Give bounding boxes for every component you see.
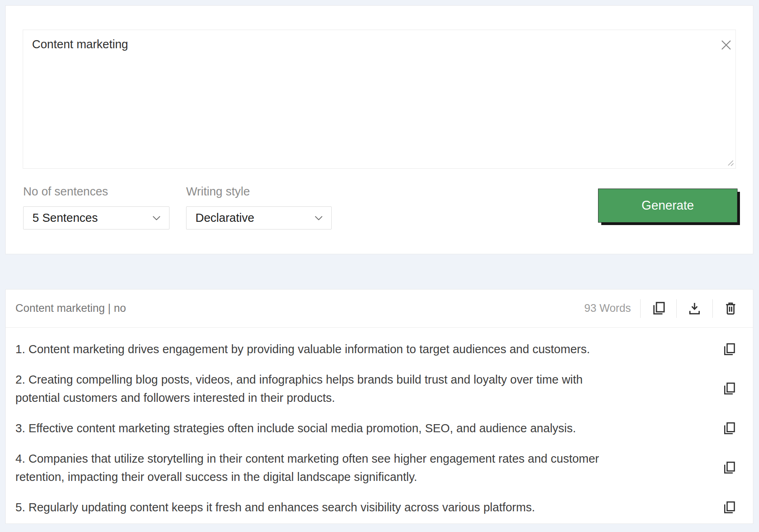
copy-sentence-button[interactable] xyxy=(720,380,738,398)
chevron-down-icon xyxy=(152,215,161,221)
copy-sentence-button[interactable] xyxy=(720,341,738,358)
copy-icon xyxy=(722,461,736,475)
copy-icon xyxy=(722,342,736,357)
copy-icon xyxy=(722,500,736,515)
generator-card: Content marketing No of sentences Writin… xyxy=(5,5,753,254)
writing-style-select[interactable]: Declarative xyxy=(186,206,332,230)
sentences-count-select[interactable]: 5 Sentences xyxy=(23,206,169,230)
results-query-text: Content marketing | no xyxy=(15,302,126,315)
sentence-row: 4. Companies that utilize storytelling i… xyxy=(6,444,753,492)
close-icon xyxy=(720,39,732,51)
sentence-text: 5. Regularly updating content keeps it f… xyxy=(15,498,605,517)
sentences-count-label: No of sentences xyxy=(23,185,108,198)
copy-icon xyxy=(722,421,736,436)
copy-sentence-button[interactable] xyxy=(720,420,738,438)
sentence-text: 3. Effective content marketing strategie… xyxy=(15,419,605,438)
copy-all-button[interactable] xyxy=(650,300,667,317)
topic-input[interactable]: Content marketing xyxy=(23,30,736,169)
copy-sentence-button[interactable] xyxy=(720,499,738,517)
download-icon xyxy=(687,301,702,316)
sentence-text: 2. Creating compelling blog posts, video… xyxy=(15,371,605,407)
download-button[interactable] xyxy=(686,300,703,317)
sentence-row: 3. Effective content marketing strategie… xyxy=(6,413,753,444)
divider xyxy=(712,299,713,318)
sentence-row: 5. Regularly updating content keeps it f… xyxy=(6,492,753,523)
results-header: Content marketing | no 93 Words xyxy=(6,290,753,328)
sentence-row: 2. Creating compelling blog posts, video… xyxy=(6,365,753,413)
writing-style-label: Writing style xyxy=(186,185,250,198)
generate-button[interactable]: Generate xyxy=(598,189,738,223)
divider xyxy=(676,299,677,318)
results-card: Content marketing | no 93 Words xyxy=(5,289,753,524)
copy-sentence-button[interactable] xyxy=(720,459,738,477)
sentence-list: 1. Content marketing drives engagement b… xyxy=(6,328,753,523)
sentence-text: 4. Companies that utilize storytelling i… xyxy=(15,450,605,486)
trash-icon xyxy=(723,301,738,316)
writing-style-value: Declarative xyxy=(195,211,254,225)
sentence-text: 1. Content marketing drives engagement b… xyxy=(15,340,605,358)
delete-button[interactable] xyxy=(722,300,739,317)
close-button[interactable] xyxy=(718,37,734,53)
sentence-row: 1. Content marketing drives engagement b… xyxy=(6,334,753,365)
sentences-count-value: 5 Sentences xyxy=(32,211,98,225)
divider xyxy=(640,299,641,318)
copy-icon xyxy=(722,382,736,396)
chevron-down-icon xyxy=(314,215,323,221)
copy-icon xyxy=(651,301,666,316)
results-toolbar: 93 Words xyxy=(584,299,739,318)
word-count: 93 Words xyxy=(584,302,631,315)
